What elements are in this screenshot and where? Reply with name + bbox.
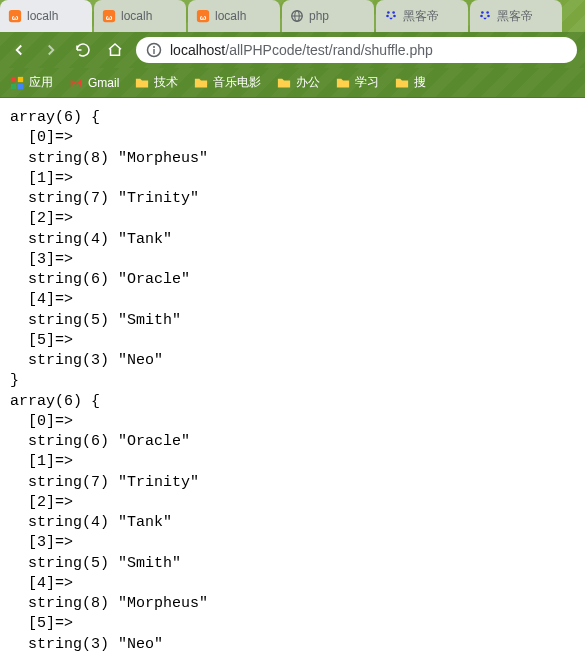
bookmarks-bar: 应用 Gmail 技术 音乐电影 办公 学习 搜 (0, 68, 585, 98)
svg-rect-21 (18, 76, 23, 81)
bookmark-label: 搜 (414, 74, 426, 91)
svg-point-12 (393, 15, 396, 18)
bookmark-folder[interactable]: 学习 (336, 74, 379, 91)
baidu-icon (478, 9, 492, 23)
folder-icon (395, 76, 409, 90)
home-button[interactable] (104, 39, 126, 61)
forward-button[interactable] (40, 39, 62, 61)
gmail-icon (69, 76, 83, 90)
svg-rect-19 (153, 49, 154, 54)
bookmark-gmail[interactable]: Gmail (69, 76, 119, 90)
bookmark-label: 办公 (296, 74, 320, 91)
address-bar[interactable]: localhost/allPHPcode/test/rand/shuffle.p… (136, 37, 577, 63)
svg-text:ω: ω (200, 13, 207, 22)
bookmark-folder[interactable]: 音乐电影 (194, 74, 261, 91)
tab-strip: ω localh ω localh ω localh php 黑客帝 黑客帝 (0, 0, 585, 32)
nav-toolbar: localhost/allPHPcode/test/rand/shuffle.p… (0, 32, 585, 68)
tab-label: php (309, 9, 329, 23)
bookmark-label: 技术 (154, 74, 178, 91)
baidu-icon (384, 9, 398, 23)
xampp-icon: ω (196, 9, 210, 23)
folder-icon (194, 76, 208, 90)
apps-icon (10, 76, 24, 90)
svg-point-14 (486, 11, 489, 14)
svg-point-11 (386, 15, 389, 18)
reload-button[interactable] (72, 39, 94, 61)
browser-tab[interactable]: 黑客帝 (470, 0, 562, 32)
xampp-icon: ω (102, 9, 116, 23)
browser-tab[interactable]: ω localh (94, 0, 186, 32)
tab-label: localh (27, 9, 58, 23)
svg-point-13 (481, 11, 484, 14)
svg-rect-20 (11, 76, 16, 81)
page-icon (290, 9, 304, 23)
bookmark-folder[interactable]: 办公 (277, 74, 320, 91)
bookmark-folder[interactable]: 搜 (395, 74, 426, 91)
folder-icon (277, 76, 291, 90)
xampp-icon: ω (8, 9, 22, 23)
svg-point-16 (487, 15, 490, 18)
page-content: array(6) { [0]=> string(8) "Morpheus" [1… (0, 98, 585, 657)
bookmark-label: 学习 (355, 74, 379, 91)
bookmark-folder[interactable]: 技术 (135, 74, 178, 91)
folder-icon (135, 76, 149, 90)
bookmark-label: 应用 (29, 74, 53, 91)
back-button[interactable] (8, 39, 30, 61)
bookmark-label: Gmail (88, 76, 119, 90)
svg-text:ω: ω (106, 13, 113, 22)
svg-rect-23 (18, 83, 23, 88)
bookmark-label: 音乐电影 (213, 74, 261, 91)
site-info-icon[interactable] (146, 42, 162, 58)
svg-point-9 (387, 11, 390, 14)
url-text: localhost/allPHPcode/test/rand/shuffle.p… (170, 42, 433, 58)
browser-tab[interactable]: ω localh (0, 0, 92, 32)
svg-rect-22 (11, 83, 16, 88)
bookmark-apps[interactable]: 应用 (10, 74, 53, 91)
tab-label: 黑客帝 (497, 8, 533, 25)
folder-icon (336, 76, 350, 90)
browser-tab[interactable]: php (282, 0, 374, 32)
svg-point-18 (153, 46, 155, 48)
svg-point-10 (392, 11, 395, 14)
browser-tab[interactable]: 黑客帝 (376, 0, 468, 32)
svg-point-15 (480, 15, 483, 18)
svg-text:ω: ω (12, 13, 19, 22)
tab-label: localh (215, 9, 246, 23)
tab-label: localh (121, 9, 152, 23)
browser-tab[interactable]: ω localh (188, 0, 280, 32)
tab-label: 黑客帝 (403, 8, 439, 25)
